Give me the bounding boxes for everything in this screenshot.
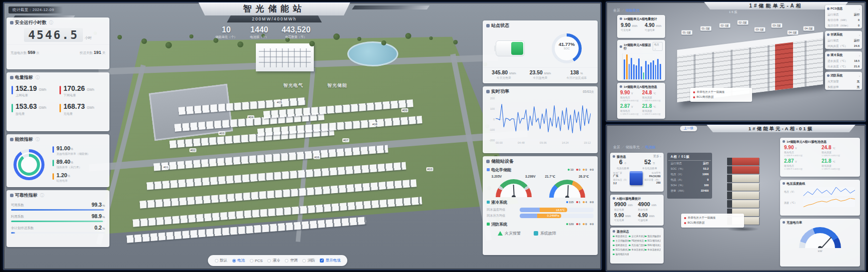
power-chart: 200 100 0 -100 -200 00:0004:4809:3614:24… [496,98,591,140]
info-icon[interactable]: ⓘ [40,193,44,198]
area-tag-#07: #07 [342,138,349,142]
fire-icon [487,223,490,226]
voltage-curve-label: 电压（V） [784,190,801,193]
station-title: 智光储能站 [195,2,353,15]
view-option-电池[interactable]: 电池 [232,258,245,263]
cell-gauges: 3.205V3.299V 21.7℃26.3℃ [483,174,598,198]
metric-select[interactable]: 电压 ⌄ [653,42,663,51]
dashboard-screen: #01#02#03#04#05#06#07#08#09#10 智光电气 智光储能… [0,0,868,272]
cluster-tag-01-2簇[interactable]: 01-2簇 [700,26,712,31]
breadcrumb-cluster[interactable]: 电池簇 [645,145,656,149]
flame-icon [498,231,503,236]
expand-chevron-icon[interactable]: › [859,74,860,77]
fault-icon [534,231,538,236]
days-in-service: 投运天数191天 [79,47,105,56]
cluster-tag-03-1簇[interactable]: 03-1簇 [754,27,766,32]
reliability-title: 可靠性指标 [15,193,37,198]
station-subtitle: 200MW/400MWh [227,15,322,22]
view-option-空调[interactable]: 空调 [285,258,297,263]
stats-date: 统计截至：2024-12-09 [8,6,63,13]
dischargeable-energy: 4.90 MWh可放电量 [638,213,660,222]
metric-plan-completion: 138 %今日计划完成率 [558,69,595,80]
info-icon[interactable]: ⓘ [49,20,53,25]
cluster-tag-04-2簇[interactable]: 04-2簇 [803,26,815,31]
devices-icon [486,160,490,163]
cell-voltage-gauge: 3.205V3.299V [490,175,538,198]
cluster-tag-01-1簇[interactable]: 01-1簇 [681,30,693,35]
cluster-tag-04-1簇[interactable]: 04-1簇 [787,30,799,35]
bolt-icon [10,76,13,79]
breadcrumb-overview[interactable]: 全景 [613,8,620,12]
unit-energy-card: 1#储能单元A相电量统计 9.90 MWh可充电量 4.90 MWh可放电量 [617,15,665,38]
expand-chevron-icon[interactable]: › [859,7,860,10]
view-option-PCS[interactable]: PCS [250,259,262,263]
view-option-默认[interactable]: 默认 [215,258,227,263]
voltage-sparkline [803,187,855,196]
battery-system-row: 电化学储能10000 [483,165,598,174]
unit-side-cards: PCS信息›运行状态运行有功功率（kW）0无功功率（kVar）0空调系统›运行状… [825,5,862,92]
cluster-tag-02-2簇[interactable]: 02-2簇 [737,20,749,25]
metric-daily-charge: 345.80 MWh今日充电量 [486,69,522,80]
signal-icon [613,230,615,233]
bars-icon [620,45,622,48]
breadcrumb: 全景／储能单元／电池簇 [613,145,656,150]
expand-chevron-icon[interactable]: › [859,54,860,57]
safety-hours-unit: 小时 [85,36,92,39]
telemetry-item: 高压箱门禁状态 [629,244,645,247]
max-temp: 24.8 ℃最高温度1#储能单元A相01簇 [642,90,662,102]
pond [347,41,398,66]
metric-unplanned-outage: 非计划停运系数0.2% [6,222,109,234]
view-option-消防[interactable]: 消防 [302,258,315,263]
alarm-container [775,42,793,90]
battery-icon [496,40,525,56]
telemetry-grid: 断路器状态运行开关状态预充接触器状态主正接触器状态PE绝缘状态BCU通讯状态熔断… [610,234,664,258]
area-tag-#08: #08 [371,122,378,126]
breadcrumb-unit[interactable]: 储能单元 [626,145,640,149]
red-dot-icon [684,222,686,224]
breadcrumb-overview[interactable]: 全景 [613,145,620,149]
efficiency-values: 91.00%充放电循环效率（储能侧） 89.40%综合效率（关口表） 1.20%… [52,145,106,183]
charge-power-gauge [799,227,841,248]
safety-hours-display: 4546.5小时 [6,28,109,41]
cycle-count: 充放电次数559次 [10,47,39,56]
min-voltage: 2.87 V最低电压1#储能单元A相01簇 [620,103,640,115]
view-option-液冷[interactable]: 液冷 [267,258,280,263]
power-gauge-card: 充放电功率 kW [780,219,860,267]
show-cables-checkbox[interactable]: ✓显示电缆 [320,258,340,263]
red-dot-icon [693,96,695,98]
area-tag-#03: #03 [218,131,225,135]
unit-panel: 1#储能单元-A相 16簇 全景／储能单元 01-1簇01-2簇02-1簇02-… [606,1,866,122]
telemetry-item: 断路器状态 [613,235,629,238]
stat-units-label: 储能单元（个） [215,35,237,39]
battery-status-dots: 10000 [568,168,594,171]
more-link[interactable]: 更多 › [653,155,661,158]
soc-label: SOC [552,47,582,50]
cluster-tag-03-2簇[interactable]: 03-2簇 [771,23,783,28]
max-voltage: 9.90 V最高电压1#储能单元A相01簇 [784,145,819,157]
unit-subtitle: 16簇 [706,10,761,14]
area-tag-#01: #01 [162,165,169,169]
breadcrumb-unit[interactable]: 储能单元 [626,8,640,12]
cluster-battery-info-card: 1#储能单元A相01簇电池信息 9.90 V最高电压1#储能单元A相01簇 24… [780,138,860,177]
info-icon[interactable]: ⓘ [35,137,39,142]
area-tag-#09: #09 [401,108,408,112]
expand-chevron-icon[interactable]: › [859,33,860,36]
rated-voltage-pair: 额定电压（V）3.2 [613,179,628,185]
area-tag-#05: #05 [276,100,283,104]
station-building [256,43,314,71]
cooling-icon [487,201,490,204]
cluster-title: 1#储能单元-A相-01簇 [704,125,859,132]
site-status-title: 站点状态 [491,23,509,28]
info-icon[interactable]: ⓘ [35,75,39,80]
cooling-pressure-bar: 回水压力均值0.24MPa [483,212,598,218]
cluster-info-card: 簇信息更多 › 6 个电池包数量 52 节单包电池数量 电池厂家广东 额定电压（… [610,153,664,192]
back-button[interactable]: 上一级 [680,126,697,131]
side-card-液冷系统: 液冷系统›进水温度（℃）18.5出水温度（℃）21.6 [825,51,862,69]
model-pair: 电池型号PACK280 [644,172,661,178]
fire-chips: 火灾报警 系统故障 [483,228,598,236]
fire-status-dots: 120000 [566,223,594,226]
min-temp: 21.8 ℃最低温度1#储能单元A相01簇 [642,103,662,115]
cluster-tag-02-1簇[interactable]: 02-1簇 [719,23,731,28]
line-chart-icon [783,182,785,185]
system-fault-chip: 系统故障 [534,231,556,236]
